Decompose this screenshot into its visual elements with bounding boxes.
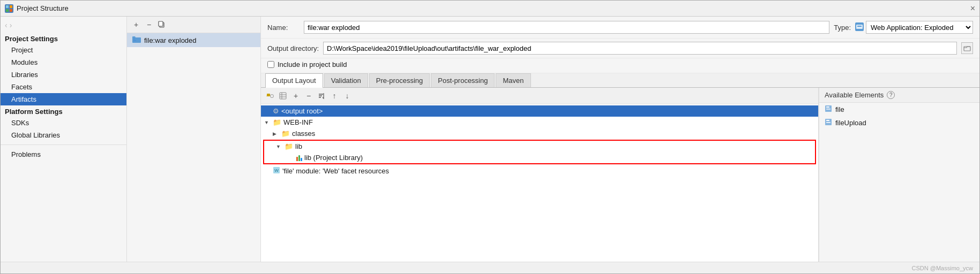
type-select-container: Web Application: Exploded xyxy=(855,21,973,34)
tree-item-file-facet[interactable]: W 'file' module: 'Web' facet resources xyxy=(261,165,818,177)
title-bar-left: Project Structure xyxy=(5,4,69,13)
svg-rect-14 xyxy=(271,95,273,97)
include-checkbox[interactable] xyxy=(267,61,274,68)
app-icon xyxy=(5,4,13,13)
include-label: Include in project build xyxy=(278,60,347,68)
include-row: Include in project build xyxy=(261,58,979,73)
svg-rect-25 xyxy=(826,106,829,108)
sidebar-item-libraries[interactable]: Libraries xyxy=(1,68,126,81)
output-plus-button[interactable]: + xyxy=(290,90,302,102)
browse-button[interactable] xyxy=(961,42,973,54)
tree-item-lib-project[interactable]: lib (Project Library) xyxy=(264,152,815,163)
svg-rect-3 xyxy=(10,9,12,12)
folder-icon-lib: 📁 xyxy=(285,142,293,150)
nav-arrows: ‹ › xyxy=(1,19,126,33)
artifact-list-item[interactable]: file:war exploded xyxy=(127,33,260,47)
nav-forward-icon[interactable]: › xyxy=(10,21,12,29)
svg-rect-0 xyxy=(6,5,9,8)
output-up-button[interactable]: ↑ xyxy=(328,90,340,102)
output-tree-panel: + − ↑ ↓ ⚙ <output roo xyxy=(261,88,819,262)
tree-item-output-root[interactable]: ⚙ <output root> xyxy=(261,105,818,117)
copy-artifact-button[interactable] xyxy=(156,19,168,31)
available-item-file[interactable]: file xyxy=(819,103,979,116)
output-dir-label: Output directory: xyxy=(267,44,319,52)
sidebar-divider xyxy=(1,144,126,145)
output-add-button[interactable] xyxy=(264,90,276,102)
svg-rect-2 xyxy=(6,9,9,12)
root-icon: ⚙ xyxy=(273,107,279,115)
tab-output-layout[interactable]: Output Layout xyxy=(265,73,323,88)
remove-artifact-button[interactable]: − xyxy=(143,19,155,31)
output-tree: ⚙ <output root> ▼ 📁 WEB-INF xyxy=(261,104,818,262)
output-dir-row: Output directory: xyxy=(261,39,979,58)
sidebar-item-global-libraries[interactable]: Global Libraries xyxy=(1,129,126,141)
available-item-fileupload[interactable]: fileUpload xyxy=(819,116,979,130)
svg-rect-15 xyxy=(280,93,286,99)
tree-item-web-inf[interactable]: ▼ 📁 WEB-INF xyxy=(261,117,818,128)
tab-maven[interactable]: Maven xyxy=(496,73,530,87)
name-label: Name: xyxy=(267,24,300,32)
svg-rect-10 xyxy=(857,26,862,27)
sidebar-item-sdks[interactable]: SDKs xyxy=(1,117,126,129)
output-layout-area: + − ↑ ↓ ⚙ <output roo xyxy=(261,88,979,262)
output-tree-toolbar: + − ↑ ↓ xyxy=(261,88,818,104)
sidebar: ‹ › Project Settings Project Modules Lib… xyxy=(1,17,127,262)
tabs-bar: Output Layout Validation Pre-processing … xyxy=(261,73,979,88)
platform-settings-heading: Platform Settings xyxy=(1,105,126,117)
type-icon xyxy=(855,22,864,33)
svg-rect-29 xyxy=(826,122,831,123)
window-title: Project Structure xyxy=(17,4,69,12)
tree-arrow-lib: ▼ xyxy=(276,144,282,149)
svg-rect-6 xyxy=(133,39,135,40)
artifact-name: file:war exploded xyxy=(144,36,197,44)
name-input[interactable] xyxy=(304,21,829,34)
sidebar-item-problems[interactable]: Problems xyxy=(1,148,126,161)
available-header: Available Elements ? xyxy=(819,88,979,103)
tree-item-lib[interactable]: ▼ 📁 lib xyxy=(264,141,815,152)
help-icon[interactable]: ? xyxy=(887,91,895,99)
module-icon-fileupload xyxy=(825,118,832,127)
status-bar: CSDN @Massimo_ycw xyxy=(1,262,979,273)
svg-rect-7 xyxy=(133,40,136,41)
main-content: ‹ › Project Settings Project Modules Lib… xyxy=(1,17,979,262)
sidebar-item-artifacts[interactable]: Artifacts xyxy=(1,93,126,105)
artifact-toolbar: + − xyxy=(127,17,260,33)
available-panel: Available Elements ? file xyxy=(819,88,979,262)
output-dir-input[interactable] xyxy=(323,42,957,55)
lib-icon xyxy=(296,154,302,161)
facet-icon: W xyxy=(273,166,280,176)
module-icon-file xyxy=(825,105,832,114)
svg-text:W: W xyxy=(274,168,279,173)
folder-icon-web-inf: 📁 xyxy=(273,118,281,126)
output-down-button[interactable]: ↓ xyxy=(341,90,353,102)
sidebar-item-facets[interactable]: Facets xyxy=(1,81,126,93)
settings-area: Name: Type: Web Application: Exploded Ou… xyxy=(261,17,979,262)
close-button[interactable]: × xyxy=(970,4,975,13)
svg-rect-1 xyxy=(10,5,12,8)
artifact-folder-icon xyxy=(132,36,141,44)
output-sort-button[interactable] xyxy=(316,90,327,102)
sidebar-item-project[interactable]: Project xyxy=(1,44,126,56)
tab-post-processing[interactable]: Post-processing xyxy=(431,73,495,87)
nav-back-icon[interactable]: ‹ xyxy=(5,21,8,29)
name-row: Name: Type: Web Application: Exploded xyxy=(261,17,979,39)
tree-arrow-web-inf: ▼ xyxy=(264,120,271,125)
project-structure-window: Project Structure × ‹ › Project Settings… xyxy=(0,0,980,274)
artifact-list-panel: + − file:war exploded xyxy=(127,17,261,262)
project-settings-heading: Project Settings xyxy=(1,33,126,44)
svg-rect-26 xyxy=(826,109,831,110)
highlight-box: ▼ 📁 lib xyxy=(263,140,816,164)
output-minus-button[interactable]: − xyxy=(303,90,315,102)
watermark: CSDN @Massimo_ycw xyxy=(912,265,973,271)
tab-validation[interactable]: Validation xyxy=(324,73,368,87)
type-label: Type: xyxy=(834,24,851,32)
tab-pre-processing[interactable]: Pre-processing xyxy=(369,73,430,87)
available-title: Available Elements xyxy=(825,91,884,99)
title-bar: Project Structure × xyxy=(1,1,979,17)
sidebar-item-modules[interactable]: Modules xyxy=(1,56,126,68)
type-select[interactable]: Web Application: Exploded xyxy=(866,21,973,34)
output-table-button[interactable] xyxy=(277,90,289,102)
svg-rect-5 xyxy=(159,21,163,26)
add-artifact-button[interactable]: + xyxy=(130,19,142,31)
tree-item-classes[interactable]: ▶ 📁 classes xyxy=(261,128,818,139)
